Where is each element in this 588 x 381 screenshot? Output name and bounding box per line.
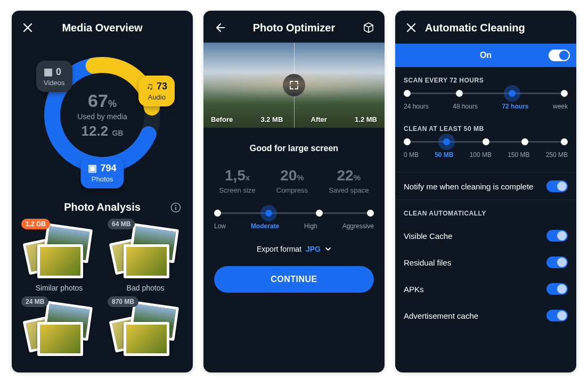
- screen-media-overview: Media Overview 67% Used by media 12.2 GB…: [12, 11, 193, 372]
- toggle[interactable]: [546, 230, 568, 242]
- quality-slider[interactable]: Low Moderate High Aggressive: [214, 212, 374, 230]
- page-title: Photo Optimizer: [233, 22, 355, 34]
- size-badge: 24 MB: [21, 296, 48, 307]
- toggle-ad-cache[interactable]: Advertisement cache: [395, 302, 576, 329]
- svg-point-4: [175, 204, 176, 205]
- toggle-residual-files[interactable]: Residual files: [395, 249, 576, 276]
- toggle-apks[interactable]: APKs: [395, 276, 576, 302]
- scan-every-label: SCAN EVERY 72 HOURS: [395, 67, 576, 89]
- section-photo-analysis: Photo Analysis: [12, 201, 193, 213]
- stat-compress: 20% Compress: [276, 167, 308, 194]
- media-donut-chart: 67% Used by media 12.2 GB ▦0 Videos ♫73 …: [33, 46, 172, 184]
- close-icon[interactable]: [404, 20, 419, 35]
- clean-at-least-label: CLEAN AT LEAST 50 MB: [395, 110, 576, 138]
- size-badge: 64 MB: [108, 219, 135, 229]
- donut-center: 67% Used by media 12.2 GB: [77, 90, 127, 139]
- card-similar-photos[interactable]: 1.2 GB Similar photos: [16, 221, 102, 292]
- video-icon: ▦: [44, 66, 53, 78]
- size-badge: 1.2 GB: [21, 219, 50, 229]
- image-icon: ▣: [88, 162, 97, 174]
- page-title: Media Overview: [42, 22, 163, 34]
- clean-auto-label: CLEAN AUTOMATICALLY: [395, 200, 576, 222]
- continue-button[interactable]: CONTINUE: [214, 266, 374, 293]
- stat-saved-space: 22% Saved space: [329, 167, 369, 194]
- header: Media Overview: [12, 11, 193, 40]
- chevron-down-icon: [325, 246, 331, 252]
- page-title: Automatic Cleaning: [425, 22, 546, 34]
- close-icon[interactable]: [20, 20, 35, 35]
- comparison-labels: Before 3.2 MB After 1.2 MB: [203, 115, 385, 123]
- export-format-select[interactable]: Export format JPG: [203, 245, 385, 253]
- quality-headline: Good for large screen: [203, 144, 385, 153]
- toggle-visible-cache[interactable]: Visible Cache: [395, 222, 576, 249]
- back-icon[interactable]: [212, 20, 227, 35]
- expand-icon[interactable]: [283, 74, 305, 96]
- toggle[interactable]: [546, 310, 568, 321]
- toggle[interactable]: [546, 283, 568, 295]
- music-icon: ♫: [146, 81, 153, 92]
- size-badge: 870 MB: [108, 296, 138, 307]
- toggle[interactable]: [546, 256, 568, 268]
- notify-toggle-row[interactable]: Notify me when cleaning is complete: [395, 173, 576, 200]
- master-toggle-bar[interactable]: On: [395, 44, 576, 67]
- header: Automatic Cleaning: [395, 11, 576, 40]
- chip-videos[interactable]: ▦0 Videos: [36, 61, 72, 92]
- header: Photo Optimizer: [203, 11, 385, 40]
- card-item[interactable]: 24 MB: [16, 299, 102, 357]
- chip-audio[interactable]: ♫73 Audio: [138, 76, 175, 106]
- screen-photo-optimizer: Photo Optimizer Before 3.2 MB After 1.2 …: [203, 11, 385, 372]
- image-comparison[interactable]: Before 3.2 MB After 1.2 MB: [203, 43, 385, 128]
- analysis-cards: 1.2 GB Similar photos 64 MB Bad photos 2…: [12, 221, 193, 365]
- card-item[interactable]: 870 MB: [102, 299, 189, 357]
- stat-screen-size: 1,5x Screen size: [219, 167, 256, 194]
- clean-threshold-slider[interactable]: 0 MB 50 MB 100 MB 150 MB 250 MB: [404, 141, 568, 159]
- svg-rect-5: [175, 206, 176, 210]
- chip-photos[interactable]: ▣794 Photos: [80, 157, 124, 188]
- cube-icon[interactable]: [361, 20, 376, 35]
- card-bad-photos[interactable]: 64 MB Bad photos: [102, 221, 189, 292]
- scan-frequency-slider[interactable]: 24 hours 48 hours 72 hours week: [404, 93, 568, 110]
- optimizer-stats: 1,5x Screen size 20% Compress 22% Saved …: [203, 167, 385, 194]
- screen-automatic-cleaning: Automatic Cleaning On SCAN EVERY 72 HOUR…: [395, 11, 576, 372]
- toggle[interactable]: [546, 180, 568, 192]
- info-icon[interactable]: [168, 200, 183, 215]
- master-toggle[interactable]: [549, 49, 570, 61]
